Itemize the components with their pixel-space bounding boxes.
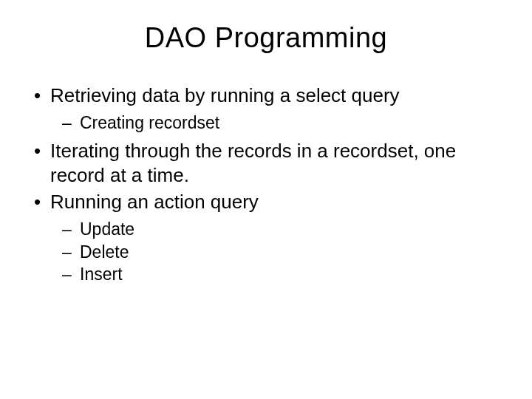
bullet-text: Running an action query: [50, 191, 259, 213]
sub-item: Update: [50, 219, 502, 240]
bullet-text: Iterating through the records in a recor…: [50, 140, 456, 186]
bullet-list: Retrieving data by running a select quer…: [30, 83, 502, 285]
bullet-text: Retrieving data by running a select quer…: [50, 84, 400, 106]
bullet-item: Running an action query Update Delete In…: [30, 190, 502, 285]
bullet-item: Retrieving data by running a select quer…: [30, 83, 502, 133]
sub-item: Delete: [50, 242, 502, 263]
slide: DAO Programming Retrieving data by runni…: [0, 0, 532, 399]
bullet-item: Iterating through the records in a recor…: [30, 139, 502, 187]
sub-list: Update Delete Insert: [50, 219, 502, 285]
slide-title: DAO Programming: [30, 22, 502, 54]
sub-item: Creating recordset: [50, 112, 502, 134]
sub-list: Creating recordset: [50, 112, 502, 134]
sub-item: Insert: [50, 264, 502, 285]
